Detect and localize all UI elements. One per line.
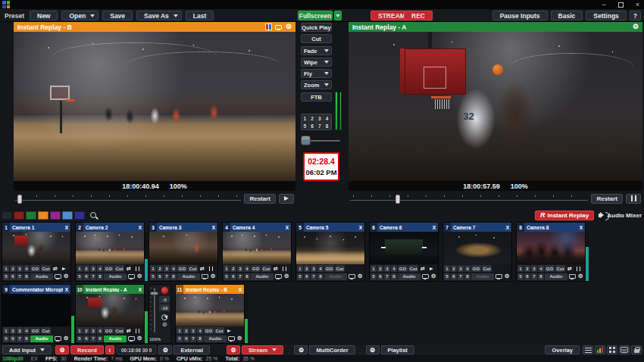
overlay-number-button[interactable]: 6 <box>230 273 236 280</box>
overlay-number-button[interactable]: 6 <box>524 273 530 280</box>
external-settings-button[interactable]: ⚙ <box>158 345 172 354</box>
close-icon[interactable]: X <box>357 225 364 230</box>
overlay-number-button[interactable]: 5 <box>370 273 377 280</box>
input-tile-6[interactable]: 6Camera 6X1234GOCut⇄5678Audio⚙ <box>369 222 439 282</box>
overlay-number-button[interactable]: 5 <box>77 335 83 342</box>
overlay-number-button[interactable]: 6 <box>157 273 163 280</box>
go-button[interactable]: GO <box>251 265 261 272</box>
play-button[interactable] <box>60 265 67 272</box>
overlay-number-button[interactable]: 4 <box>97 265 103 272</box>
overlay-number-button[interactable]: 7 <box>458 273 464 280</box>
overlay-number-button[interactable]: 1 <box>77 265 83 272</box>
pause-button[interactable] <box>133 327 141 334</box>
loop-icon[interactable]: ⇄ <box>125 265 133 272</box>
audio-button[interactable]: Audio <box>545 273 567 280</box>
chevron-down-icon[interactable] <box>40 348 45 351</box>
overlay-number-button[interactable]: 7 <box>17 335 23 342</box>
overlay-number-button[interactable]: 7 <box>237 273 243 280</box>
close-icon[interactable]: X <box>63 287 70 292</box>
settings-button[interactable]: Settings <box>586 11 627 20</box>
wipe-button[interactable]: Wipe <box>301 58 332 67</box>
overlay-number-button[interactable]: 1 <box>150 265 156 272</box>
overlay-number-button[interactable]: 3 <box>311 265 317 272</box>
overlay-number-button[interactable]: 8 <box>97 273 103 280</box>
input-thumbnail[interactable] <box>2 294 70 326</box>
monitor-icon[interactable] <box>275 25 282 30</box>
color-swatch[interactable] <box>50 211 61 220</box>
play-button[interactable] <box>225 327 233 334</box>
pause-button[interactable] <box>626 194 641 204</box>
overlay-number-button[interactable]: 4 <box>170 265 177 272</box>
input-thumbnail[interactable] <box>370 232 438 264</box>
overlay-number-button[interactable]: 8 <box>170 273 177 280</box>
help-button[interactable]: ? <box>630 11 641 20</box>
close-icon[interactable]: X <box>430 225 438 230</box>
close-button[interactable]: × <box>636 2 639 8</box>
pause-button[interactable] <box>133 265 141 272</box>
cut-button[interactable]: Cut <box>482 265 492 272</box>
input-header[interactable]: 4Camera 4X <box>223 223 291 232</box>
fullscreen-monitor-button[interactable] <box>421 273 429 280</box>
color-swatch[interactable] <box>26 211 36 220</box>
overlay-button[interactable]: Overlay <box>545 345 580 354</box>
stream-button[interactable]: Stream <box>242 345 283 354</box>
overlay-number-button[interactable]: 5 <box>77 273 83 280</box>
overlay-number-button[interactable]: 4 <box>317 265 324 272</box>
overlay-number-button[interactable]: 8 <box>391 273 397 280</box>
input-header[interactable]: 3Camera 3X <box>149 223 217 232</box>
input-tile-3[interactable]: 3Camera 3X1234GOCut⇄5678Audio⚙ <box>148 222 218 282</box>
new-button[interactable]: New <box>30 11 58 20</box>
overlay-number-button[interactable]: 1 <box>3 265 9 272</box>
gear-icon[interactable]: ⚙ <box>209 273 217 280</box>
pause-inputs-button[interactable]: Pause Inputs <box>492 11 548 20</box>
record-info-button[interactable]: i <box>105 345 114 354</box>
overlay-number-button[interactable]: 4 <box>23 265 30 272</box>
instant-replay-button[interactable]: R Instant Replay <box>535 211 594 220</box>
overlay-number-button[interactable]: 5 <box>3 335 9 342</box>
overlay-number-button[interactable]: 2 <box>10 327 16 334</box>
fade-button[interactable]: Fade <box>301 46 332 55</box>
audio-button[interactable]: Audio <box>204 335 227 342</box>
scrubber-track[interactable] <box>350 200 588 201</box>
loop-icon[interactable]: ⇄ <box>125 327 133 334</box>
overlay-number-button[interactable]: 2 <box>83 265 89 272</box>
input-thumbnail[interactable] <box>223 232 291 264</box>
input-header[interactable]: 9Commentator MicrophoneX <box>2 285 70 294</box>
play-button[interactable] <box>279 194 294 204</box>
input-thumbnail[interactable] <box>149 232 217 264</box>
overlay-number-button[interactable]: 8 <box>244 273 250 280</box>
overlay-number-button[interactable]: 4 <box>391 265 397 272</box>
gear-icon[interactable]: ⚙ <box>633 23 639 30</box>
fullscreen-monitor-button[interactable] <box>348 273 355 280</box>
transition-number-button[interactable]: 8 <box>324 122 331 130</box>
overlay-number-button[interactable]: 1 <box>444 265 450 272</box>
preview-right-header[interactable]: Instant Replay - A ⚙ <box>349 22 642 32</box>
overlay-number-button[interactable]: 5 <box>297 273 303 280</box>
input-tile-1[interactable]: 1Camera 1X1234GOCut⇄5678Audio⚙ <box>2 222 71 282</box>
go-button[interactable]: GO <box>104 265 114 272</box>
input-header[interactable]: 11Instant Replay - BX <box>176 285 244 294</box>
cut-button[interactable]: Cut <box>214 327 224 334</box>
audio-button[interactable]: Audio <box>104 273 127 280</box>
save-button[interactable]: Save <box>102 11 133 20</box>
fullscreen-button[interactable]: Fullscreen <box>298 11 333 20</box>
input-thumbnail[interactable] <box>76 294 144 326</box>
minus-10db-button[interactable]: -10 <box>159 304 170 311</box>
scrubber-track[interactable] <box>15 200 241 201</box>
fullscreen-dropdown-button[interactable] <box>334 11 342 20</box>
fly-button[interactable]: Fly <box>301 69 332 78</box>
transition-tbar[interactable] <box>301 136 342 146</box>
close-icon[interactable]: X <box>283 225 291 230</box>
cut-button[interactable]: Cut <box>41 327 51 334</box>
close-icon[interactable]: X <box>577 225 585 230</box>
input-tile-10[interactable]: 10Instant Replay - AX1234GOCut⇄5678Audio… <box>75 284 145 344</box>
loop-icon[interactable]: ⇄ <box>272 265 280 272</box>
overlay-number-button[interactable]: 2 <box>230 265 236 272</box>
overlay-number-button[interactable]: 6 <box>183 335 189 342</box>
audio-button[interactable]: Audio <box>104 335 127 342</box>
input-header[interactable]: 8Camera 8X <box>517 223 585 232</box>
lock-button[interactable] <box>631 345 642 354</box>
audio-fader[interactable]: 100% <box>149 285 159 343</box>
go-button[interactable]: GO <box>104 327 114 334</box>
overlay-number-button[interactable]: 5 <box>444 273 450 280</box>
